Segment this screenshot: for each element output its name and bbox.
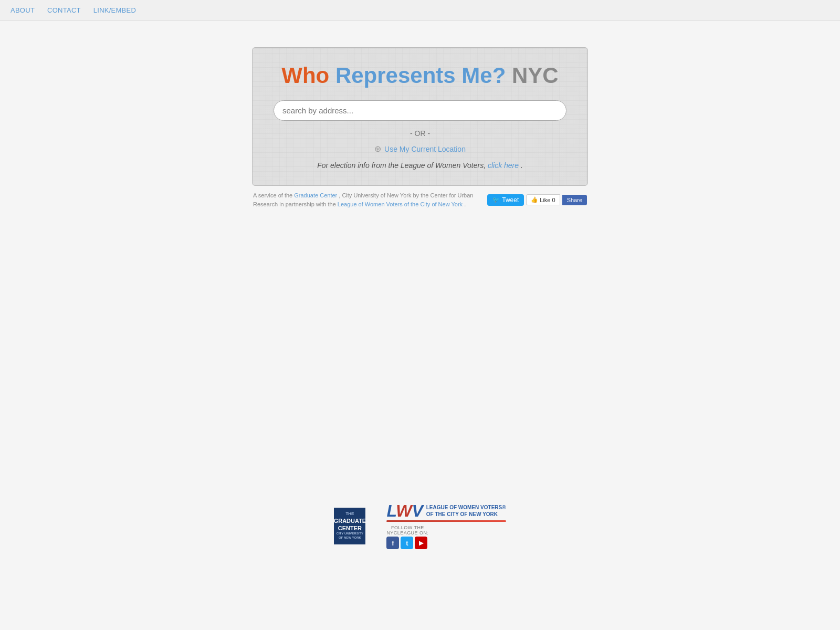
social-buttons: 🐦 Tweet 👍 Like 0 Share bbox=[487, 194, 587, 206]
card-footer: A service of the Graduate Center , City … bbox=[252, 191, 588, 208]
gc-logo-sub: CITY UNIVERSITYOF NEW YORK bbox=[337, 532, 363, 540]
gc-logo-main: GRADUATECENTER bbox=[334, 517, 366, 532]
footer-text-part3: . bbox=[464, 201, 466, 207]
footer-attribution: A service of the Graduate Center , City … bbox=[253, 191, 487, 208]
facebook-icon[interactable]: f bbox=[386, 537, 399, 549]
title-who: Who bbox=[281, 63, 329, 88]
nav-contact[interactable]: CONTACT bbox=[47, 6, 81, 14]
election-info-suffix: . bbox=[521, 161, 523, 170]
hero-title: Who Represents Me? NYC bbox=[274, 64, 566, 88]
title-nyc: NYC bbox=[512, 63, 559, 88]
graduate-center-link[interactable]: Graduate Center bbox=[294, 192, 337, 198]
election-info-prefix: For election info from the League of Wom… bbox=[317, 161, 486, 170]
lwv-underline bbox=[386, 520, 506, 522]
search-input[interactable] bbox=[274, 100, 566, 121]
lwv-logo-top: LWV LEAGUE OF WOMEN VOTERS® OF THE CITY … bbox=[386, 502, 506, 519]
nav-about[interactable]: ABOUT bbox=[10, 6, 35, 14]
twitter-icon[interactable]: t bbox=[401, 537, 413, 549]
election-info: For election info from the League of Wom… bbox=[274, 161, 566, 170]
social-icons-row: f t ▶ bbox=[386, 537, 427, 549]
main-content: Who Represents Me? NYC - OR - ⊛ Use My C… bbox=[0, 21, 840, 570]
lwv-name-line2: OF THE CITY OF NEW YORK bbox=[426, 511, 506, 518]
top-navigation: ABOUT CONTACT LINK/EMBED bbox=[0, 0, 840, 21]
election-info-link[interactable]: click here bbox=[488, 161, 519, 170]
facebook-like-button[interactable]: 👍 Like 0 bbox=[526, 194, 560, 205]
gc-logo-top: THE bbox=[345, 511, 354, 517]
page-footer: THE GRADUATECENTER CITY UNIVERSITYOF NEW… bbox=[334, 502, 506, 570]
tweet-button[interactable]: 🐦 Tweet bbox=[487, 194, 524, 206]
footer-text-part1: A service of the bbox=[253, 192, 292, 198]
search-box bbox=[274, 100, 566, 121]
nav-link-embed[interactable]: LINK/EMBED bbox=[93, 6, 136, 14]
lwv-name: LEAGUE OF WOMEN VOTERS® OF THE CITY OF N… bbox=[426, 504, 506, 518]
tweet-label: Tweet bbox=[502, 196, 519, 204]
youtube-icon[interactable]: ▶ bbox=[415, 537, 427, 549]
or-divider: - OR - bbox=[274, 129, 566, 138]
facebook-share-button[interactable]: Share bbox=[562, 195, 587, 205]
lwv-name-line1: LEAGUE OF WOMEN VOTERS® bbox=[426, 504, 506, 511]
location-button-container: ⊛ Use My Current Location bbox=[274, 144, 566, 154]
fb-like-label: Like 0 bbox=[540, 197, 555, 203]
title-me: Me? bbox=[461, 63, 506, 88]
location-icon: ⊛ bbox=[374, 144, 381, 154]
use-current-location-link[interactable]: Use My Current Location bbox=[384, 145, 466, 153]
lwv-section: LWV LEAGUE OF WOMEN VOTERS® OF THE CITY … bbox=[386, 502, 506, 549]
lwv-logo-text: LWV bbox=[386, 502, 423, 519]
twitter-bird-icon: 🐦 bbox=[492, 196, 500, 203]
facebook-thumb-icon: 👍 bbox=[531, 196, 538, 203]
lwv-link[interactable]: League of Women Voters of the City of Ne… bbox=[338, 201, 463, 207]
graduate-center-logo: THE GRADUATECENTER CITY UNIVERSITYOF NEW… bbox=[334, 508, 365, 544]
title-represents: Represents bbox=[335, 63, 456, 88]
lwv-follow-label: FOLLOW THENYCLEAGUE ON: bbox=[386, 525, 428, 536]
hero-card: Who Represents Me? NYC - OR - ⊛ Use My C… bbox=[252, 47, 588, 186]
